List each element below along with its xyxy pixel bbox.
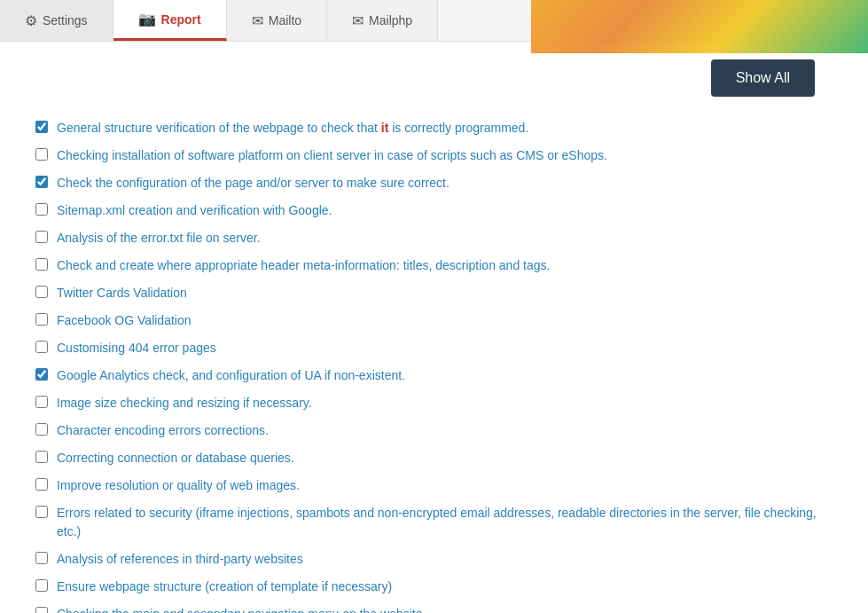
checkbox-15[interactable] — [35, 506, 48, 518]
checklist-label-11[interactable]: Image size checking and resizing if nece… — [57, 394, 312, 413]
list-item: Analysis of references in third-party we… — [35, 546, 833, 573]
checklist-label-3[interactable]: Check the configuration of the page and/… — [57, 174, 450, 193]
checklist-label-10[interactable]: Google Analytics check, and configuratio… — [57, 366, 405, 385]
checkbox-6[interactable] — [35, 258, 48, 271]
checkbox-9[interactable] — [35, 341, 48, 353]
checklist-label-7[interactable]: Twitter Cards Validation — [57, 284, 187, 303]
checkbox-10[interactable] — [35, 368, 48, 381]
list-item: Twitter Cards Validation — [35, 279, 833, 307]
checklist-label-5[interactable]: Analysis of the error.txt file on server… — [57, 229, 261, 248]
list-item: Checking the main and secondary navigati… — [35, 601, 833, 613]
checkbox-4[interactable] — [35, 203, 48, 216]
list-item: Check the configuration of the page and/… — [35, 169, 833, 197]
checkbox-17[interactable] — [35, 579, 48, 592]
settings-icon: ⚙ — [25, 12, 37, 29]
list-item: Errors related to security (iframe injec… — [35, 499, 833, 546]
checklist-label-8[interactable]: Facebook OG Validation — [57, 311, 192, 330]
header-image — [531, 0, 868, 53]
checklist-label-1[interactable]: General structure verification of the we… — [57, 119, 528, 138]
checkbox-14[interactable] — [35, 478, 48, 491]
list-item: Check and create where appropriate heade… — [35, 252, 833, 279]
list-item: Customising 404 error pages — [35, 334, 833, 362]
list-item: Character encoding errors corrections. — [35, 417, 833, 444]
checkbox-1[interactable] — [35, 121, 48, 133]
checklist-label-13[interactable]: Correcting connection or database querie… — [57, 449, 294, 468]
checklist-label-4[interactable]: Sitemap.xml creation and verification wi… — [57, 201, 332, 220]
tab-mailto[interactable]: ✉ Mailto — [227, 0, 327, 41]
list-item: Image size checking and resizing if nece… — [35, 389, 833, 417]
mailphp-icon: ✉ — [352, 12, 364, 29]
tab-mailphp-label: Mailphp — [369, 13, 412, 28]
tab-mailphp[interactable]: ✉ Mailphp — [327, 0, 438, 41]
tab-settings-label: Settings — [43, 13, 88, 28]
checkbox-16[interactable] — [35, 552, 48, 564]
show-all-button[interactable]: Show All — [711, 59, 815, 97]
checklist: General structure verification of the we… — [35, 114, 833, 613]
checklist-label-12[interactable]: Character encoding errors corrections. — [57, 421, 269, 440]
checkbox-7[interactable] — [35, 286, 48, 298]
show-all-container: Show All — [35, 59, 833, 97]
checklist-label-9[interactable]: Customising 404 error pages — [57, 339, 216, 358]
report-icon: 📷 — [138, 11, 156, 28]
tab-settings[interactable]: ⚙ Settings — [0, 0, 113, 41]
list-item: Ensure webpage structure (creation of te… — [35, 573, 833, 601]
list-item: Improve resolution or quality of web ima… — [35, 472, 833, 499]
checklist-label-15[interactable]: Errors related to security (iframe injec… — [57, 504, 833, 541]
checkbox-3[interactable] — [35, 176, 48, 188]
list-item: Sitemap.xml creation and verification wi… — [35, 197, 833, 224]
tab-mailto-label: Mailto — [269, 13, 301, 28]
checklist-label-6[interactable]: Check and create where appropriate heade… — [57, 256, 550, 275]
checklist-label-16[interactable]: Analysis of references in third-party we… — [57, 550, 303, 569]
checklist-label-18[interactable]: Checking the main and secondary navigati… — [57, 605, 422, 613]
tab-report[interactable]: 📷 Report — [113, 0, 227, 41]
list-item: Facebook OG Validation — [35, 307, 833, 334]
checklist-label-17[interactable]: Ensure webpage structure (creation of te… — [57, 578, 392, 596]
checkbox-8[interactable] — [35, 313, 48, 326]
tab-bar: ⚙ Settings 📷 Report ✉ Mailto ✉ Mailphp — [0, 0, 868, 42]
list-item: Checking installation of software platfo… — [35, 142, 833, 169]
list-item: Correcting connection or database querie… — [35, 444, 833, 472]
checkbox-2[interactable] — [35, 148, 48, 161]
checklist-label-14[interactable]: Improve resolution or quality of web ima… — [57, 476, 300, 495]
list-item: Google Analytics check, and configuratio… — [35, 362, 833, 389]
main-content: Show All General structure verification … — [0, 42, 868, 613]
checkbox-5[interactable] — [35, 231, 48, 243]
tab-report-label: Report — [161, 12, 201, 27]
list-item: Analysis of the error.txt file on server… — [35, 224, 833, 252]
checkbox-13[interactable] — [35, 451, 48, 463]
checkbox-12[interactable] — [35, 423, 48, 436]
checklist-label-2[interactable]: Checking installation of software platfo… — [57, 146, 607, 165]
mailto-icon: ✉ — [252, 12, 263, 29]
checkbox-18[interactable] — [35, 607, 48, 613]
checkbox-11[interactable] — [35, 396, 48, 408]
list-item: General structure verification of the we… — [35, 114, 833, 142]
